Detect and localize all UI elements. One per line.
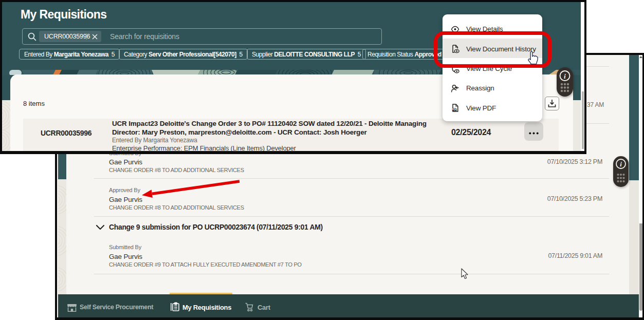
svg-text:i: i <box>564 72 566 80</box>
svg-text:PDF: PDF <box>452 108 457 111</box>
svg-text:i: i <box>620 160 622 168</box>
